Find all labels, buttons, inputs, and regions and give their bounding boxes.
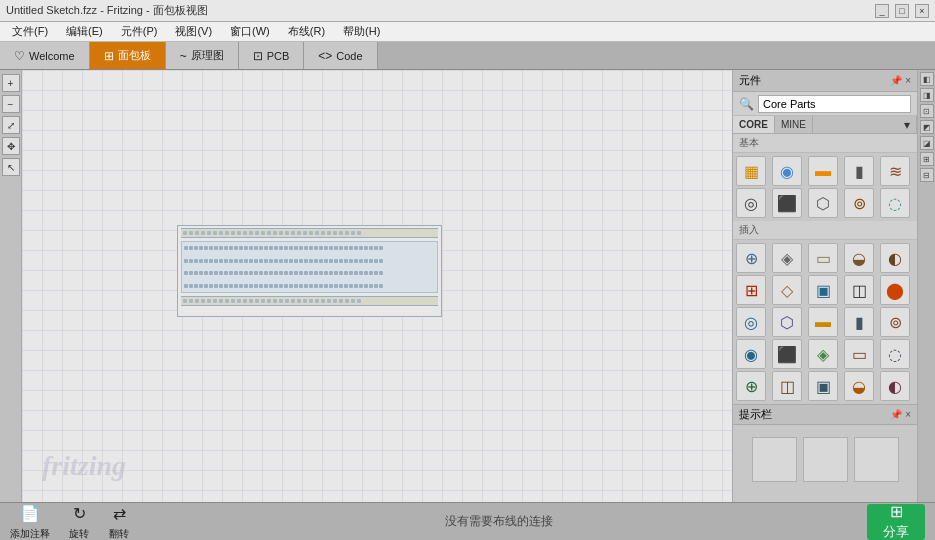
part-item[interactable]: ◌ xyxy=(880,188,910,218)
part-item[interactable]: ◐ xyxy=(880,371,910,401)
tab-pcb[interactable]: ⊡ PCB xyxy=(239,42,305,69)
status-bar: 📄 添加注释 ↻ 旋转 ⇄ 翻转 没有需要布线的连接 ⊞ 分享 xyxy=(0,502,935,540)
add-note-button[interactable]: 📄 添加注释 xyxy=(10,503,50,541)
part-item[interactable]: ⬛ xyxy=(772,339,802,369)
part-item[interactable]: ⊕ xyxy=(736,371,766,401)
part-item[interactable]: ◎ xyxy=(736,188,766,218)
parts-pin-button[interactable]: 📌 xyxy=(890,75,902,86)
category-tabs: CORE MINE ▾ xyxy=(733,116,917,134)
cat-tab-core[interactable]: CORE xyxy=(733,116,775,133)
part-item[interactable]: ⬡ xyxy=(772,307,802,337)
part-item[interactable]: ◐ xyxy=(880,243,910,273)
fit-button[interactable]: ⤢ xyxy=(2,116,20,134)
part-item[interactable]: ◈ xyxy=(772,243,802,273)
part-item[interactable]: ◒ xyxy=(844,243,874,273)
rt-button-6[interactable]: ⊞ xyxy=(920,152,934,166)
hints-content xyxy=(733,425,917,494)
rt-button-4[interactable]: ◩ xyxy=(920,120,934,134)
part-item[interactable]: ◇ xyxy=(772,275,802,305)
menu-edit[interactable]: 编辑(E) xyxy=(58,22,111,41)
part-item[interactable]: ⊕ xyxy=(736,243,766,273)
part-item[interactable]: ⊚ xyxy=(844,188,874,218)
main-layout: + − ⤢ ✥ ↖ xyxy=(0,70,935,502)
select-tool-button[interactable]: ↖ xyxy=(2,158,20,176)
flip-button[interactable]: ⇄ 翻转 xyxy=(108,503,130,541)
hints-panel-controls[interactable]: 📌 × xyxy=(890,409,911,420)
parts-options-button[interactable]: ▾ xyxy=(898,116,917,133)
part-item[interactable]: ⬤ xyxy=(880,275,910,305)
window-title: Untitled Sketch.fzz - Fritzing - 面包板视图 xyxy=(6,3,208,18)
parts-panel-title: 元件 xyxy=(739,73,761,88)
menu-window[interactable]: 窗口(W) xyxy=(222,22,278,41)
part-item[interactable]: ◈ xyxy=(808,339,838,369)
part-item[interactable]: ◎ xyxy=(736,307,766,337)
rt-button-3[interactable]: ⊡ xyxy=(920,104,934,118)
tab-code[interactable]: <> Code xyxy=(304,42,377,69)
part-item[interactable]: ▭ xyxy=(844,339,874,369)
maximize-button[interactable]: □ xyxy=(895,4,909,18)
hints-panel: 提示栏 📌 × xyxy=(733,404,917,494)
menu-help[interactable]: 帮助(H) xyxy=(335,22,388,41)
close-button[interactable]: × xyxy=(915,4,929,18)
rotate-icon: ↻ xyxy=(68,503,90,525)
pcb-icon: ⊡ xyxy=(253,49,263,63)
search-input[interactable] xyxy=(758,95,911,113)
menu-bar: 文件(F) 编辑(E) 元件(P) 视图(V) 窗口(W) 布线(R) 帮助(H… xyxy=(0,22,935,42)
part-item[interactable]: ▬ xyxy=(808,156,838,186)
part-item[interactable]: ▣ xyxy=(808,275,838,305)
hints-close-button[interactable]: × xyxy=(905,409,911,420)
rt-button-2[interactable]: ◨ xyxy=(920,88,934,102)
part-item[interactable]: ⬛ xyxy=(772,188,802,218)
hand-tool-button[interactable]: ✥ xyxy=(2,137,20,155)
zoom-out-button[interactable]: − xyxy=(2,95,20,113)
parts-close-button[interactable]: × xyxy=(905,75,911,86)
part-item[interactable]: ◉ xyxy=(772,156,802,186)
menu-file[interactable]: 文件(F) xyxy=(4,22,56,41)
hint-box-3 xyxy=(854,437,899,482)
rotate-label: 旋转 xyxy=(69,527,89,541)
rotate-button[interactable]: ↻ 旋转 xyxy=(68,503,90,541)
rt-button-1[interactable]: ◧ xyxy=(920,72,934,86)
parts-grid-basic: ▦ ◉ ▬ ▮ ≋ ◎ ⬛ ⬡ ⊚ ◌ xyxy=(733,153,917,221)
part-item[interactable]: ▮ xyxy=(844,307,874,337)
breadboard-component[interactable] xyxy=(177,225,442,317)
part-item[interactable]: ⊞ xyxy=(736,275,766,305)
part-item[interactable]: ◫ xyxy=(772,371,802,401)
menu-routing[interactable]: 布线(R) xyxy=(280,22,333,41)
breadboard-inner xyxy=(178,228,441,318)
rt-button-5[interactable]: ◪ xyxy=(920,136,934,150)
menu-view[interactable]: 视图(V) xyxy=(167,22,220,41)
canvas-area[interactable]: fritzing xyxy=(22,70,732,502)
part-item[interactable]: ▬ xyxy=(808,307,838,337)
right-panel: 元件 📌 × 🔍 CORE MINE ▾ 基本 xyxy=(732,70,917,502)
part-item[interactable]: ≋ xyxy=(880,156,910,186)
tab-welcome[interactable]: ♡ Welcome xyxy=(0,42,90,69)
hints-pin-button[interactable]: 📌 xyxy=(890,409,902,420)
parts-header-right[interactable]: 📌 × xyxy=(890,75,911,86)
part-item[interactable]: ◒ xyxy=(844,371,874,401)
hint-box-1 xyxy=(752,437,797,482)
cat-tab-mine[interactable]: MINE xyxy=(775,116,813,133)
tab-breadboard[interactable]: ⊞ 面包板 xyxy=(90,42,166,69)
part-item[interactable]: ▭ xyxy=(808,243,838,273)
left-toolbar: + − ⤢ ✥ ↖ xyxy=(0,70,22,502)
part-item[interactable]: ⬡ xyxy=(808,188,838,218)
fritzing-logo: fritzing xyxy=(42,450,126,482)
minimize-button[interactable]: _ xyxy=(875,4,889,18)
part-item[interactable]: ◫ xyxy=(844,275,874,305)
part-item[interactable]: ◉ xyxy=(736,339,766,369)
flip-icon: ⇄ xyxy=(108,503,130,525)
zoom-in-button[interactable]: + xyxy=(2,74,20,92)
part-item[interactable]: ▦ xyxy=(736,156,766,186)
rt-button-7[interactable]: ⊟ xyxy=(920,168,934,182)
tab-breadboard-label: 面包板 xyxy=(118,48,151,63)
tab-schematic[interactable]: ~ 原理图 xyxy=(166,42,239,69)
window-controls[interactable]: _ □ × xyxy=(875,4,929,18)
menu-parts[interactable]: 元件(P) xyxy=(113,22,166,41)
add-note-label: 添加注释 xyxy=(10,527,50,541)
part-item[interactable]: ◌ xyxy=(880,339,910,369)
share-button[interactable]: ⊞ 分享 xyxy=(867,504,925,540)
part-item[interactable]: ⊚ xyxy=(880,307,910,337)
part-item[interactable]: ▣ xyxy=(808,371,838,401)
part-item[interactable]: ▮ xyxy=(844,156,874,186)
